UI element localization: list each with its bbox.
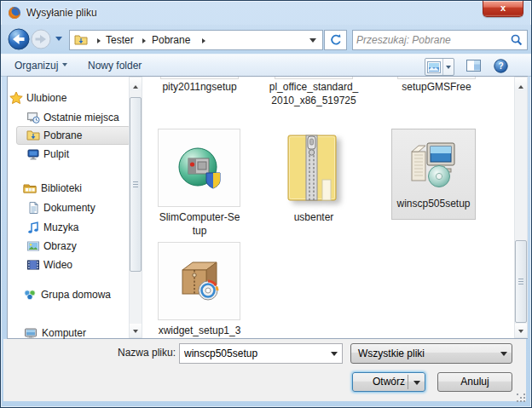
file-list-scrollbar[interactable]: [514, 77, 528, 338]
sidebar-item-label: Pulpit: [43, 148, 69, 160]
sidebar-group-homegroup[interactable]: Grupa domowa: [8, 286, 134, 303]
breadcrumb-item-pobrane[interactable]: Pobrane: [152, 31, 190, 49]
partial-tile[interactable]: [397, 77, 476, 79]
file-item-label: xwidget_setup1_3: [153, 324, 246, 337]
file-item-pity2011ngsetup[interactable]: pity2011ngsetup: [148, 80, 251, 94]
breadcrumb-separator-icon: [136, 32, 153, 47]
command-toolbar: Organizuj Nowy folder: [1, 54, 531, 77]
filetype-dropdown[interactable]: Wszystkie pliki: [350, 343, 512, 364]
sidebar-group-favorites[interactable]: Ulubione: [8, 89, 134, 106]
installer-orb-icon: [172, 141, 227, 195]
filename-input[interactable]: [182, 345, 324, 362]
homegroup-icon: [23, 288, 37, 302]
views-button-divider: [442, 59, 443, 75]
organize-button[interactable]: Organizuj: [8, 57, 74, 74]
filetype-value: Wszystkie pliki: [358, 348, 425, 359]
file-item-label: usbenter: [267, 210, 361, 224]
breadcrumb-item-tester[interactable]: Tester: [106, 31, 134, 49]
recent-places-icon: [26, 111, 40, 124]
resize-grip[interactable]: [517, 394, 518, 395]
libraries-icon: [23, 181, 37, 195]
sidebar-item-label: Ostatnie miejsca: [43, 112, 119, 124]
organize-label: Organizuj: [14, 60, 58, 72]
cancel-button-label: Anuluj: [460, 376, 489, 388]
help-button[interactable]: ?: [494, 59, 508, 73]
filename-combobox: [179, 343, 343, 364]
dialog-footer: Nazwa pliku: Wszystkie pliki Otwórz Anul…: [3, 339, 526, 401]
sidebar-item-label: Obrazy: [43, 240, 77, 252]
file-open-dialog: Wysyłanie pliku x: [0, 0, 532, 408]
scroll-up-button[interactable]: [515, 78, 527, 91]
scrollbar-thumb[interactable]: [130, 97, 142, 272]
filename-label: Nazwa pliku:: [82, 347, 176, 359]
recent-pages-chevron-icon[interactable]: [55, 37, 62, 44]
scroll-down-button[interactable]: [515, 324, 527, 337]
sidebar-item-desktop[interactable]: Pulpit: [8, 146, 134, 163]
sidebar-group-label: Komputer: [42, 327, 86, 339]
back-button[interactable]: [8, 28, 30, 50]
zip-folder-icon[interactable]: [285, 130, 346, 207]
partial-tile[interactable]: [275, 77, 353, 79]
window-title: Wysyłanie pliku: [26, 7, 97, 19]
new-folder-button[interactable]: Nowy folder: [81, 57, 148, 74]
file-item-setupgmsfree[interactable]: setupGMSFree: [385, 80, 488, 94]
zip-box-cd-icon: [172, 253, 227, 307]
partial-tile[interactable]: [160, 77, 239, 79]
document-icon: [26, 201, 40, 215]
film-strip-icon: [26, 258, 40, 272]
svg-text:?: ?: [498, 61, 503, 71]
music-note-icon: [26, 221, 40, 234]
sidebar-item-label: Dokumenty: [43, 202, 95, 214]
chevron-down-icon: [62, 63, 67, 69]
firefox-icon: [8, 6, 21, 20]
sidebar-item-label: Muzyka: [43, 221, 78, 233]
sidebar-item-recent-places[interactable]: Ostatnie miejsca: [8, 109, 134, 126]
scroll-down-button[interactable]: [130, 324, 142, 337]
split-button-divider: [408, 375, 408, 389]
picture-icon: [26, 239, 40, 253]
chevron-down-icon[interactable]: [331, 352, 338, 359]
installer-cd-icon: [407, 136, 461, 191]
views-icon: [427, 61, 441, 73]
breadcrumb[interactable]: Tester Pobrane: [69, 30, 323, 50]
downloads-folder-icon: [74, 33, 88, 47]
preview-pane-button[interactable]: [466, 60, 481, 72]
file-item-label: winscp505setup: [392, 197, 475, 210]
sidebar-group-label: Ulubione: [26, 92, 66, 104]
open-button[interactable]: Otwórz: [352, 372, 425, 392]
search-box: [352, 30, 528, 50]
sidebar-item-documents[interactable]: Dokumenty: [8, 199, 134, 216]
sidebar-item-pictures[interactable]: Obrazy: [8, 238, 134, 255]
sidebar-group-libraries[interactable]: Biblioteki: [8, 180, 134, 197]
sidebar-item-label: Wideo: [43, 259, 72, 271]
sidebar-scrollbar[interactable]: [129, 77, 142, 338]
sidebar-item-music[interactable]: Muzyka: [8, 219, 134, 236]
scrollbar-thumb[interactable]: [515, 240, 527, 323]
address-dropdown-icon[interactable]: [309, 38, 316, 46]
star-icon: [9, 91, 23, 105]
open-button-label: Otwórz: [364, 373, 413, 391]
sidebar-group-label: Biblioteki: [41, 182, 82, 194]
file-item-winscp505setup-selected[interactable]: winscp505setup: [391, 129, 476, 220]
cancel-button[interactable]: Anuluj: [437, 372, 512, 392]
views-split-button[interactable]: [425, 58, 454, 76]
chevron-down-icon[interactable]: [413, 381, 420, 388]
forward-button-disabled[interactable]: [31, 29, 51, 49]
downloads-folder-icon: [26, 129, 40, 142]
title-bar: Wysyłanie pliku x: [1, 1, 531, 25]
file-item-slimcomputer-setup[interactable]: [158, 129, 240, 207]
sidebar-item-downloads[interactable]: Pobrane: [8, 127, 134, 144]
navigation-pane: Ulubione Ostatnie miejsca: [8, 77, 142, 338]
navigation-bar: Tester Pobrane: [1, 25, 531, 54]
file-item-xwidget-setup[interactable]: [158, 242, 240, 320]
file-list[interactable]: pity2011ngsetup pl_office_standard_2010_…: [142, 77, 514, 338]
chevron-down-icon: [500, 352, 507, 359]
search-icon[interactable]: [510, 33, 523, 47]
sidebar-item-label: Pobrane: [43, 129, 82, 141]
search-input[interactable]: [355, 32, 506, 49]
file-item-pl-office-standard[interactable]: pl_office_standard_2010_x86_519725: [267, 80, 361, 107]
refresh-button[interactable]: [324, 30, 347, 50]
sidebar-item-videos[interactable]: Wideo: [8, 256, 134, 273]
close-button[interactable]: x: [483, 1, 523, 17]
scroll-up-button[interactable]: [130, 78, 142, 91]
